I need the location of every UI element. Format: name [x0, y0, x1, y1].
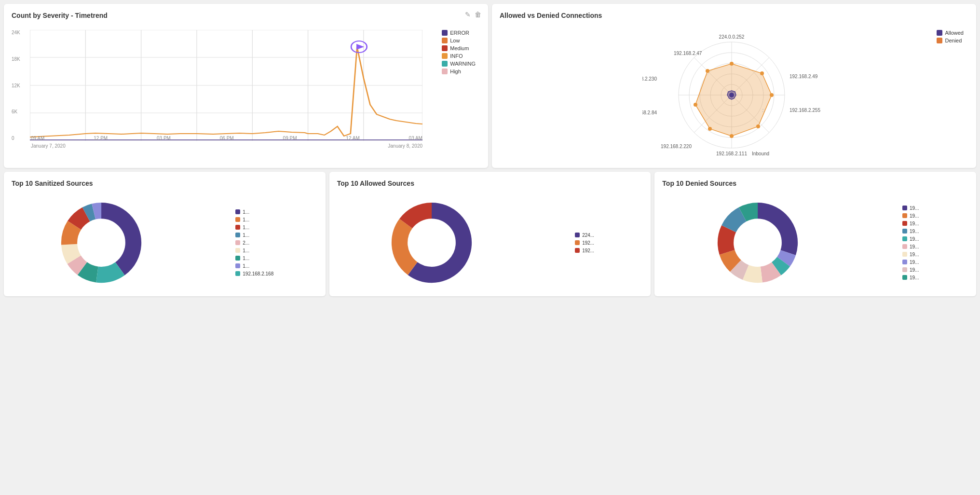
- svg-point-39: [708, 127, 712, 131]
- timetrend-svg: [30, 30, 422, 141]
- svg-text:192.168.2.49: 192.168.2.49: [789, 74, 818, 79]
- legend-error: ERROR: [442, 30, 476, 36]
- card-actions: ✎ 🗑: [465, 11, 481, 18]
- svg-point-69: [735, 220, 779, 264]
- svg-text:Inbound: Inbound: [752, 151, 769, 156]
- svg-text:192.168.2.47: 192.168.2.47: [674, 51, 702, 56]
- sanitized-donut: [55, 197, 147, 289]
- denied-sources-title: Top 10 Denied Sources: [662, 179, 968, 187]
- svg-text:192.168.2.255: 192.168.2.255: [789, 108, 820, 113]
- denied-sources-legend: 19... 19... 19... 19...: [902, 206, 919, 280]
- svg-point-41: [706, 69, 709, 73]
- legend-error-color: [442, 30, 448, 36]
- svg-marker-14: [356, 44, 364, 50]
- radar-legend-denied: Denied: [937, 38, 964, 43]
- allowed-color: [937, 30, 942, 36]
- denied-sources-donut-section: 19... 19... 19... 19...: [662, 193, 968, 289]
- svg-point-54: [80, 220, 123, 264]
- svg-marker-33: [695, 64, 772, 136]
- svg-text:192.168.2.111: 192.168.2.111: [716, 151, 747, 156]
- radar-svg: 224.0.0.252 192.168.2.49 192.168.2.255 I…: [642, 25, 826, 160]
- svg-point-40: [694, 103, 697, 107]
- svg-text:192.168.2.230: 192.168.2.230: [642, 76, 657, 82]
- svg-point-58: [409, 220, 453, 264]
- svg-point-36: [770, 93, 774, 97]
- legend-warning-color: [442, 61, 448, 67]
- legend-medium: Medium: [442, 45, 476, 51]
- legend-low-color: [442, 38, 448, 43]
- allowed-denied-panel: Allowed vs Denied Connections 224.0.0.25…: [492, 4, 976, 168]
- sanitized-donut-section: 1... 1... 1... 1...: [12, 193, 318, 289]
- svg-point-43: [729, 93, 734, 97]
- legend-info: INFO: [442, 53, 476, 59]
- svg-text:192.168.2.220: 192.168.2.220: [661, 144, 692, 149]
- svg-text:224.0.0.252: 224.0.0.252: [719, 34, 745, 40]
- dashboard: Count by Severity - Timetrend ✎ 🗑 24K 18…: [4, 4, 976, 296]
- legend-high: High: [442, 69, 476, 74]
- x-axis-times: 09 AM 12 PM 03 PM 06 PM 09 PM 12 AM 03 A…: [31, 136, 422, 141]
- legend-medium-color: [442, 45, 448, 51]
- allowed-sources-donut-section: 224... 192... 192...: [337, 193, 643, 289]
- svg-point-35: [760, 71, 764, 75]
- allowed-denied-title: Allowed vs Denied Connections: [500, 12, 968, 19]
- allowed-sources-title: Top 10 Allowed Sources: [337, 179, 643, 187]
- y-axis: 24K 18K 12K 6K 0: [12, 30, 20, 141]
- sanitized-legend: 1... 1... 1... 1...: [235, 209, 273, 276]
- sanitized-panel: Top 10 Sanitized Sources: [4, 172, 326, 296]
- svg-point-38: [730, 134, 734, 138]
- allowed-sources-legend: 224... 192... 192...: [575, 233, 594, 253]
- sanitized-title: Top 10 Sanitized Sources: [12, 179, 318, 187]
- svg-text:::: ::: [762, 108, 765, 113]
- timetrend-panel: Count by Severity - Timetrend ✎ 🗑 24K 18…: [4, 4, 488, 168]
- x-axis-dates: January 7, 2020 January 8, 2020: [31, 143, 422, 149]
- denied-sources-donut: [712, 197, 803, 289]
- allowed-sources-donut: [386, 197, 477, 289]
- denied-color: [937, 38, 942, 43]
- legend-warning: WARNING: [442, 61, 476, 67]
- svg-point-37: [756, 124, 760, 128]
- radar-legend: Allowed Denied: [937, 30, 964, 43]
- allowed-sources-panel: Top 10 Allowed Sources 224...: [329, 172, 651, 296]
- timetrend-chart: 24K 18K 12K 6K 0: [12, 25, 480, 151]
- bottom-row: Top 10 Sanitized Sources: [4, 172, 976, 296]
- denied-sources-panel: Top 10 Denied Sources: [654, 172, 976, 296]
- delete-icon[interactable]: 🗑: [475, 11, 481, 18]
- legend-low: Low: [442, 38, 476, 43]
- svg-point-34: [730, 62, 734, 66]
- edit-icon[interactable]: ✎: [465, 11, 471, 18]
- svg-text:192.168.2.84: 192.168.2.84: [642, 110, 657, 115]
- timetrend-title: Count by Severity - Timetrend: [12, 12, 480, 19]
- radar-legend-allowed: Allowed: [937, 30, 964, 36]
- legend-high-color: [442, 69, 448, 74]
- timetrend-legend: ERROR Low Medium INFO WARNING: [442, 30, 476, 74]
- legend-info-color: [442, 53, 448, 59]
